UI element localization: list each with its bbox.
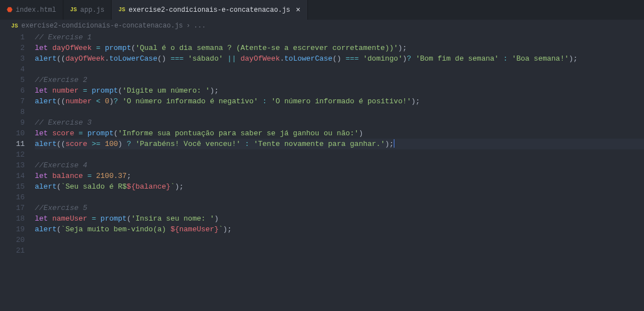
- tab-label: app.js: [80, 6, 104, 14]
- code-editor[interactable]: 123456789101112131415161718192021 // Exe…: [0, 32, 644, 256]
- line-number-gutter: 123456789101112131415161718192021: [0, 32, 35, 256]
- line-number: 11: [0, 139, 25, 149]
- html-icon: ⬣: [7, 6, 12, 14]
- code-line[interactable]: alert(`Seja muito bem-vindo(a) ${nameUse…: [35, 224, 644, 235]
- code-line[interactable]: let dayOfWeek = prompt('Qual é o dia sem…: [35, 43, 644, 53]
- line-number: 21: [0, 245, 25, 256]
- breadcrumb: JS exercise2-condicionais-e-concatenacao…: [0, 20, 644, 32]
- tab-exercise2-condicionais-e-concatenacao-js[interactable]: JSexercise2-condicionais-e-concatenacao.…: [112, 0, 307, 20]
- line-number: 9: [0, 117, 25, 128]
- line-number: 8: [0, 107, 25, 117]
- line-number: 14: [0, 171, 25, 181]
- line-number: 2: [0, 43, 25, 53]
- text-cursor: [394, 139, 394, 148]
- line-number: 4: [0, 64, 25, 75]
- code-line[interactable]: [35, 64, 644, 75]
- code-line[interactable]: let number = prompt('Digite um número: '…: [35, 85, 644, 96]
- js-icon: JS: [11, 23, 18, 29]
- tab-label: index.html: [16, 6, 56, 14]
- code-line[interactable]: let score = prompt('Informe sua pontuaçã…: [35, 128, 644, 139]
- code-line[interactable]: alert(`Seu saldo é R$${balance}`);: [35, 181, 644, 192]
- line-number: 20: [0, 235, 25, 245]
- code-line[interactable]: [35, 107, 644, 117]
- code-line[interactable]: alert((number < 0)? 'O número informado …: [35, 96, 644, 107]
- code-line[interactable]: // Exercise 3: [35, 117, 644, 128]
- tab-label: exercise2-condicionais-e-concatenacao.js: [128, 6, 290, 14]
- breadcrumb-separator: ›: [186, 22, 190, 30]
- line-number: 10: [0, 128, 25, 139]
- line-number: 6: [0, 85, 25, 96]
- line-number: 1: [0, 32, 25, 43]
- code-line[interactable]: [35, 245, 644, 256]
- line-number: 17: [0, 203, 25, 213]
- code-line[interactable]: let balance = 2100.37;: [35, 171, 644, 181]
- code-line[interactable]: [35, 149, 644, 160]
- code-line[interactable]: [35, 235, 644, 245]
- code-line[interactable]: alert((score >= 100) ? 'Parabéns! Você v…: [35, 139, 644, 149]
- breadcrumb-rest[interactable]: ...: [194, 22, 206, 30]
- code-line[interactable]: //Exercise 4: [35, 160, 644, 171]
- line-number: 15: [0, 181, 25, 192]
- line-number: 3: [0, 53, 25, 64]
- line-number: 7: [0, 96, 25, 107]
- close-icon[interactable]: ×: [296, 6, 300, 15]
- code-line[interactable]: // Exercise 1: [35, 32, 644, 43]
- code-line[interactable]: [35, 192, 644, 203]
- line-number: 12: [0, 149, 25, 160]
- code-line[interactable]: //Exercise 2: [35, 75, 644, 85]
- line-number: 19: [0, 224, 25, 235]
- tab-bar: ⬣index.htmlJSapp.jsJSexercise2-condicion…: [0, 0, 644, 20]
- code-line[interactable]: let nameUser = prompt('Insira seu nome: …: [35, 213, 644, 224]
- tab-index-html[interactable]: ⬣index.html: [0, 0, 63, 20]
- js-icon: JS: [70, 7, 77, 13]
- js-icon: JS: [118, 7, 125, 13]
- code-line[interactable]: alert((dayOfWeek.toLowerCase() === 'sába…: [35, 53, 644, 64]
- line-number: 18: [0, 213, 25, 224]
- line-number: 16: [0, 192, 25, 203]
- line-number: 13: [0, 160, 25, 171]
- line-number: 5: [0, 75, 25, 85]
- code-area[interactable]: // Exercise 1let dayOfWeek = prompt('Qua…: [35, 32, 644, 256]
- breadcrumb-file[interactable]: exercise2-condicionais-e-concatenacao.js: [21, 22, 183, 30]
- tab-app-js[interactable]: JSapp.js: [63, 0, 112, 20]
- code-line[interactable]: //Exercise 5: [35, 203, 644, 213]
